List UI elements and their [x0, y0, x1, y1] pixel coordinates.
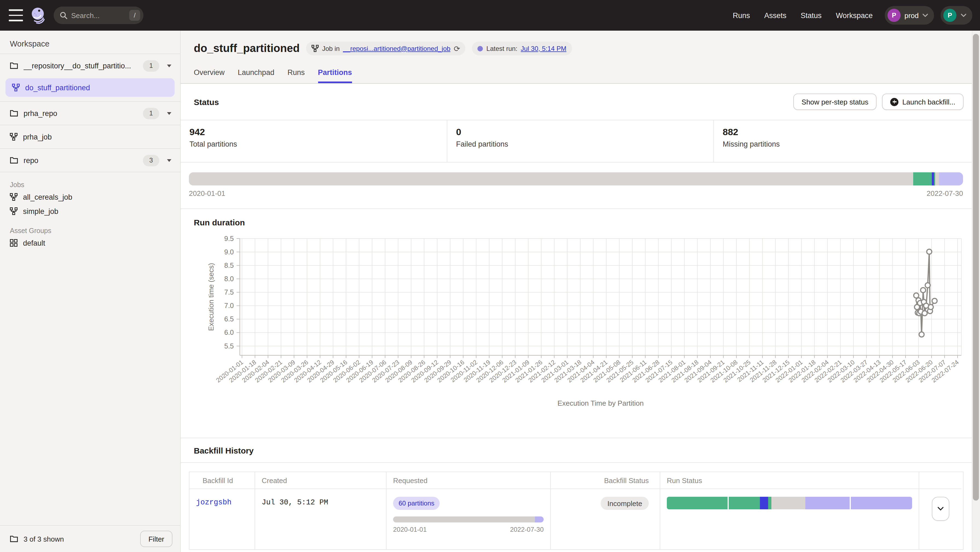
tab-launchpad[interactable]: Launchpad	[238, 68, 275, 83]
bar-segment	[667, 497, 728, 509]
tab-overview[interactable]: Overview	[194, 68, 225, 83]
page-title: do_stuff_partitioned	[194, 42, 300, 55]
data-point-marker[interactable]	[922, 311, 927, 316]
deployment-switcher[interactable]: P prod	[885, 6, 934, 25]
nav-link-status[interactable]: Status	[801, 11, 822, 19]
menu-icon[interactable]	[9, 8, 23, 22]
sidebar-job-item-selected-wrap: do_stuff_partitioned	[5, 78, 175, 97]
sidebar-repo-item[interactable]: prha_repo 1	[0, 102, 180, 125]
sidebar-item-default-asset-group[interactable]: default	[0, 236, 180, 250]
workspace-sidebar: Workspace __repository__do_stuff_partiti…	[0, 31, 181, 552]
data-point-marker[interactable]	[932, 298, 937, 303]
y-tick-label: 6.0	[224, 328, 234, 336]
stat-value: 882	[723, 127, 971, 138]
bar-segment	[393, 516, 535, 522]
repo-label: __repository__do_stuff_partitio...	[24, 62, 137, 70]
deployment-avatar: P	[888, 9, 900, 22]
run-duration-chart[interactable]: 5.56.06.57.07.58.08.59.09.52020-01-01202…	[194, 231, 976, 435]
bar-segment	[772, 497, 806, 509]
y-tick-label: 6.5	[224, 315, 234, 323]
stat-total-partitions: 942 Total partitions	[181, 121, 447, 162]
stat-value: 942	[189, 127, 438, 138]
sidebar-job-item-prha-job[interactable]: prha_job	[0, 125, 180, 148]
scrollbar-thumb[interactable]	[973, 34, 979, 501]
job-icon	[12, 84, 20, 91]
cell-run-status	[660, 489, 919, 549]
backfill-table: Backfill Id Created Requested Backfill S…	[189, 471, 964, 550]
reload-icon[interactable]: ⟳	[453, 44, 460, 52]
backfill-history-header: Backfill History	[181, 438, 980, 463]
tab-runs[interactable]: Runs	[288, 68, 305, 83]
bar-segment	[760, 497, 768, 509]
data-point-marker[interactable]	[928, 305, 933, 309]
y-tick-label: 8.5	[224, 262, 234, 269]
expand-row-button[interactable]	[932, 497, 949, 521]
folder-icon	[10, 157, 18, 164]
backfill-status-badge: Incomplete	[601, 497, 649, 510]
backfill-history-heading: Backfill History	[194, 446, 253, 455]
column-header-expand	[919, 472, 961, 489]
backfill-id-link[interactable]: jozrgsbh	[196, 498, 232, 507]
column-header-requested: Requested	[387, 472, 551, 489]
nav-link-assets[interactable]: Assets	[764, 11, 786, 19]
data-point-marker[interactable]	[925, 283, 930, 288]
latest-run-link[interactable]: Jul 30, 5:14 PM	[521, 44, 566, 52]
folder-icon	[10, 109, 18, 117]
latest-run-tag: Latest run: Jul 30, 5:14 PM	[472, 41, 572, 55]
search-placeholder: Search...	[71, 11, 129, 19]
bar-segment	[189, 172, 913, 186]
stat-label: Failed partitions	[456, 140, 705, 148]
page-tabs: Overview Launchpad Runs Partitions	[194, 68, 967, 83]
partition-status-bar[interactable]	[189, 172, 963, 186]
backfill-table-wrap: Backfill Id Created Requested Backfill S…	[181, 463, 980, 550]
repo-count-badge: 1	[143, 108, 159, 119]
job-icon	[10, 133, 18, 141]
search-icon	[60, 11, 67, 19]
nav-link-runs[interactable]: Runs	[733, 11, 750, 19]
nav-link-workspace[interactable]: Workspace	[836, 11, 873, 19]
launch-backfill-button[interactable]: Launch backfill...	[882, 94, 964, 110]
show-per-step-status-button[interactable]: Show per-step status	[793, 94, 877, 110]
sidebar-repo-item[interactable]: repo 3	[0, 149, 180, 172]
caret-down-icon[interactable]	[167, 64, 171, 67]
caret-down-icon[interactable]	[167, 159, 171, 162]
stat-failed-partitions: 0 Failed partitions	[447, 121, 714, 162]
job-origin-tag: Job in __reposi...artitioned@partitioned…	[306, 41, 466, 55]
run-duration-heading: Run duration	[194, 218, 245, 227]
partition-stats: 942 Total partitions 0 Failed partitions…	[181, 120, 980, 162]
data-point-marker[interactable]	[919, 332, 924, 337]
job-icon	[10, 193, 18, 201]
bar-segment	[535, 516, 544, 522]
data-point-marker[interactable]	[914, 293, 919, 298]
job-label: prha_job	[23, 133, 173, 141]
latest-run-label: Latest run:	[487, 44, 517, 52]
run-status-bar[interactable]	[667, 497, 912, 509]
requested-partitions-pill[interactable]: 60 partitions	[393, 497, 440, 510]
caret-down-icon[interactable]	[167, 112, 171, 114]
sidebar-item-do-stuff-partitioned[interactable]: do_stuff_partitioned	[5, 78, 175, 97]
job-icon	[10, 207, 18, 215]
search-input[interactable]: Search... /	[54, 6, 143, 24]
user-menu[interactable]: P	[940, 6, 972, 25]
requested-range-bar	[393, 516, 544, 522]
job-icon	[312, 45, 319, 52]
folder-icon	[10, 535, 18, 543]
partition-range-start: 2020-01-01	[189, 189, 225, 197]
scrollbar-track[interactable]	[972, 31, 980, 552]
sidebar-item-simple-job[interactable]: simple_job	[0, 204, 180, 218]
plus-circle-icon	[890, 98, 899, 106]
chevron-down-icon	[961, 14, 966, 17]
sidebar-item-all-cereals-job[interactable]: all_cereals_job	[0, 190, 180, 204]
dagster-logo[interactable]	[30, 6, 47, 24]
repo-label: repo	[24, 156, 137, 164]
job-origin-link[interactable]: __reposi...artitioned@partitioned_job	[343, 44, 450, 52]
tab-partitions[interactable]: Partitions	[318, 68, 352, 83]
data-point-marker[interactable]	[921, 287, 926, 292]
cell-backfill-status: Incomplete	[551, 489, 660, 549]
filter-button[interactable]: Filter	[140, 531, 172, 547]
data-point-marker[interactable]	[927, 249, 932, 254]
status-section-header: Status Show per-step status Launch backf…	[181, 84, 980, 120]
jobs-section-label: Jobs	[10, 181, 180, 189]
sidebar-repo-item[interactable]: __repository__do_stuff_partitio... 1	[0, 54, 180, 77]
stat-label: Missing partitions	[723, 140, 971, 148]
